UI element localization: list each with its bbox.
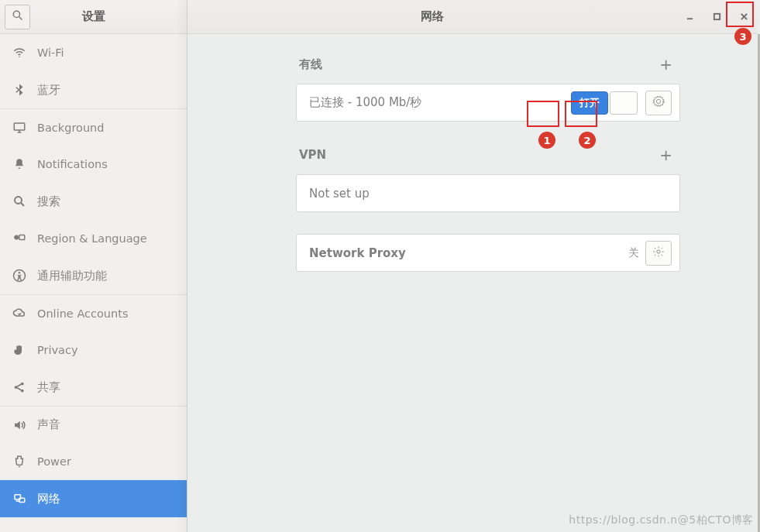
sidebar-item-bluetooth[interactable]: 蓝牙 — [0, 71, 187, 108]
svg-point-19 — [657, 249, 660, 252]
desktop-icon — [12, 121, 26, 135]
sidebar-item-label: Region & Language — [37, 232, 147, 245]
proxy-settings-button[interactable] — [645, 241, 672, 266]
svg-point-9 — [19, 272, 21, 274]
sidebar-item-sharing[interactable]: 共享 — [0, 369, 187, 406]
close-icon — [740, 9, 748, 24]
sidebar-item-label: Privacy — [37, 344, 78, 356]
settings-sidebar: 设置 Wi-Fi 蓝牙 Background Notifications 搜索 — [0, 0, 187, 532]
wired-toggle-handle[interactable] — [610, 91, 638, 115]
toggle-on-label: 打开 — [579, 96, 600, 110]
sidebar-item-label: Power — [37, 455, 71, 468]
sidebar-item-region[interactable]: Region & Language — [0, 220, 187, 257]
section-proxy: Network Proxy 关 — [296, 234, 680, 272]
section-vpn: VPN + Not set up — [296, 143, 680, 212]
cloud-sync-icon — [12, 307, 26, 321]
wifi-icon — [12, 46, 26, 60]
wired-status-text: 已连接 - 1000 Mb/秒 — [309, 95, 421, 110]
section-vpn-head: VPN + — [296, 143, 680, 166]
svg-point-6 — [14, 235, 19, 240]
gear-icon — [652, 95, 665, 111]
wired-connection-card: 已连接 - 1000 Mb/秒 打开 — [296, 84, 680, 122]
svg-point-2 — [19, 57, 20, 58]
svg-line-5 — [21, 203, 24, 206]
svg-rect-16 — [714, 14, 720, 19]
titlebar: 网络 — [187, 0, 758, 34]
wired-settings-button[interactable] — [645, 91, 672, 115]
sidebar-item-background[interactable]: Background — [0, 108, 187, 146]
sidebar-header: 设置 — [0, 0, 187, 34]
add-wired-button[interactable]: + — [655, 55, 677, 74]
maximize-button[interactable] — [703, 0, 731, 33]
close-button[interactable] — [731, 0, 758, 33]
sidebar-nav: Wi-Fi 蓝牙 Background Notifications 搜索 Reg… — [0, 34, 187, 517]
share-icon — [12, 380, 26, 394]
proxy-card[interactable]: Network Proxy 关 — [296, 234, 680, 272]
sidebar-item-label: 蓝牙 — [37, 83, 60, 98]
section-wired: 有线 + 已连接 - 1000 Mb/秒 打开 — [296, 53, 680, 122]
search-icon — [12, 194, 26, 208]
section-wired-title: 有线 — [299, 57, 322, 72]
minimize-button[interactable] — [676, 0, 703, 33]
gear-icon — [652, 245, 665, 261]
search-icon — [12, 9, 23, 24]
minimize-icon — [686, 9, 694, 24]
sidebar-item-label: Online Accounts — [37, 307, 128, 320]
hand-icon — [12, 343, 26, 357]
sidebar-item-label: 搜索 — [37, 194, 60, 209]
sidebar-item-label: 通用辅助功能 — [37, 269, 107, 283]
section-wired-head: 有线 + — [296, 53, 680, 76]
sidebar-item-label: Notifications — [37, 158, 108, 170]
sidebar-item-notifications[interactable]: Notifications — [0, 146, 187, 183]
proxy-state-text: 关 — [628, 246, 639, 260]
vpn-card: Not set up — [296, 174, 680, 212]
sidebar-item-wifi[interactable]: Wi-Fi — [0, 34, 187, 71]
svg-rect-7 — [19, 235, 25, 240]
sidebar-item-online-accounts[interactable]: Online Accounts — [0, 294, 187, 331]
search-button[interactable] — [5, 5, 30, 29]
power-icon — [12, 455, 26, 469]
sidebar-item-power[interactable]: Power — [0, 443, 187, 480]
sidebar-item-sound[interactable]: 声音 — [0, 406, 187, 443]
watermark-text: https://blog.csdn.n@5柏CTO博客 — [569, 513, 754, 527]
sidebar-item-label: Background — [37, 122, 105, 134]
vpn-status-text: Not set up — [309, 187, 370, 201]
window-controls — [676, 0, 758, 33]
sidebar-item-label: 声音 — [37, 417, 60, 432]
sidebar-item-label: 共享 — [37, 380, 60, 395]
sidebar-item-privacy[interactable]: Privacy — [0, 331, 187, 369]
main-panel: 网络 有线 + 已连接 - 1000 Mb/秒 打开 — [187, 0, 758, 532]
speaker-icon — [12, 418, 26, 432]
svg-rect-3 — [14, 123, 25, 130]
bluetooth-icon — [12, 83, 26, 97]
page-title: 网络 — [187, 9, 676, 24]
content-area: 有线 + 已连接 - 1000 Mb/秒 打开 VPN + — [187, 34, 758, 272]
wired-toggle-on[interactable]: 打开 — [571, 91, 608, 115]
sidebar-item-accessibility[interactable]: 通用辅助功能 — [0, 257, 187, 294]
bell-icon — [12, 157, 26, 171]
section-vpn-title: VPN — [299, 148, 326, 162]
maximize-icon — [713, 9, 721, 24]
svg-point-0 — [13, 11, 19, 17]
sidebar-item-network[interactable]: 网络 — [0, 480, 187, 517]
network-icon — [12, 492, 26, 506]
add-vpn-button[interactable]: + — [655, 146, 677, 164]
sidebar-item-search[interactable]: 搜索 — [0, 183, 187, 220]
svg-line-1 — [19, 17, 22, 20]
accessibility-icon — [12, 269, 26, 283]
svg-point-4 — [15, 197, 22, 204]
sidebar-item-label: 网络 — [37, 492, 60, 506]
region-icon — [12, 232, 26, 245]
proxy-title: Network Proxy — [309, 246, 406, 260]
sidebar-item-label: Wi-Fi — [37, 46, 64, 59]
